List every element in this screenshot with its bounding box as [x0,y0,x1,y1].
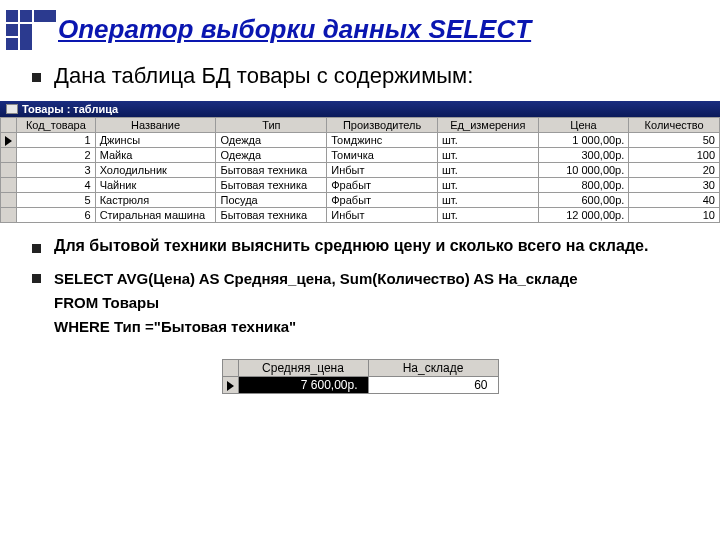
table-row: 3ХолодильникБытовая техникаИнбытшт.10 00… [1,163,720,178]
sql-line: FROM Товары [54,291,692,315]
table-cell: 20 [629,163,720,178]
table-cell: шт. [438,163,539,178]
table-cell: шт. [438,148,539,163]
table-cell: Стиральная машина [95,208,216,223]
table-cell: Майка [95,148,216,163]
table-cell: Джинсы [95,133,216,148]
result-total: 60 [368,377,498,394]
table-cell: 4 [17,178,96,193]
table-cell: Инбыт [327,208,438,223]
table-row: 2МайкаОдеждаТомичкашт.300,00р.100 [1,148,720,163]
table-cell: 300,00р. [538,148,629,163]
lead-text: Дана таблица БД товары с содержимым: [28,63,692,89]
result-avg: 7 600,00р. [238,377,368,394]
table-cell: 600,00р. [538,193,629,208]
table-cell: Фрабыт [327,178,438,193]
table-cell: Бытовая техника [216,163,327,178]
table-cell: Томичка [327,148,438,163]
table-row: 5КастрюляПосудаФрабытшт.600,00р.40 [1,193,720,208]
table-cell: 10 [629,208,720,223]
col-header: Производитель [327,118,438,133]
table-cell: 1 [17,133,96,148]
table-cell: Бытовая техника [216,178,327,193]
window-titlebar: Товары : таблица [0,101,720,117]
table-cell: Кастрюля [95,193,216,208]
table-cell: 100 [629,148,720,163]
products-table: Код_товара Название Тип Производитель Ед… [0,117,720,223]
table-cell: шт. [438,193,539,208]
col-header: Ед_измерения [438,118,539,133]
table-cell: 30 [629,178,720,193]
table-cell: 40 [629,193,720,208]
col-header: Тип [216,118,327,133]
table-row: 1ДжинсыОдеждаТомджинсшт.1 000,00р.50 [1,133,720,148]
table-cell: шт. [438,208,539,223]
corner-decoration [6,10,52,50]
col-header: Средняя_цена [238,360,368,377]
table-cell: шт. [438,133,539,148]
col-header: Код_товара [17,118,96,133]
col-header: На_складе [368,360,498,377]
table-cell: 6 [17,208,96,223]
table-cell: Холодильник [95,163,216,178]
table-cell: 1 000,00р. [538,133,629,148]
sql-line: WHERE Тип ="Бытовая техника" [54,315,692,339]
table-cell: Посуда [216,193,327,208]
products-table-window: Товары : таблица Код_товара Название Тип… [0,101,720,223]
page-title: Оператор выборки данных SELECT [58,14,692,45]
col-header: Цена [538,118,629,133]
result-data-row: 7 600,00р. 60 [222,377,498,394]
table-cell: 3 [17,163,96,178]
sql-line: SELECT AVG(Цена) AS Средняя_цена, Sum(Ко… [54,267,692,291]
table-row: 6Стиральная машинаБытовая техникаИнбытшт… [1,208,720,223]
table-row: 4ЧайникБытовая техникаФрабытшт.800,00р.3… [1,178,720,193]
sql-block: SELECT AVG(Цена) AS Средняя_цена, Sum(Ко… [28,267,692,339]
result-table: Средняя_цена На_складе 7 600,00р. 60 [222,359,499,394]
table-cell: 10 000,00р. [538,163,629,178]
table-cell: 50 [629,133,720,148]
table-cell: шт. [438,178,539,193]
table-cell: Томджинс [327,133,438,148]
window-caption: Товары : таблица [22,103,118,115]
col-header: Название [95,118,216,133]
table-header-row: Код_товара Название Тип Производитель Ед… [1,118,720,133]
table-cell: 5 [17,193,96,208]
table-cell: Чайник [95,178,216,193]
table-cell: 2 [17,148,96,163]
table-cell: Инбыт [327,163,438,178]
row-selector-icon [227,381,234,391]
row-selector-icon [5,136,12,146]
table-cell: Одежда [216,133,327,148]
window-icon [6,104,18,114]
table-cell: Одежда [216,148,327,163]
table-cell: Фрабыт [327,193,438,208]
table-cell: 800,00р. [538,178,629,193]
table-cell: Бытовая техника [216,208,327,223]
result-header-row: Средняя_цена На_складе [222,360,498,377]
table-cell: 12 000,00р. [538,208,629,223]
col-header: Количество [629,118,720,133]
task-text: Для бытовой техники выяснить среднюю цен… [28,237,692,255]
